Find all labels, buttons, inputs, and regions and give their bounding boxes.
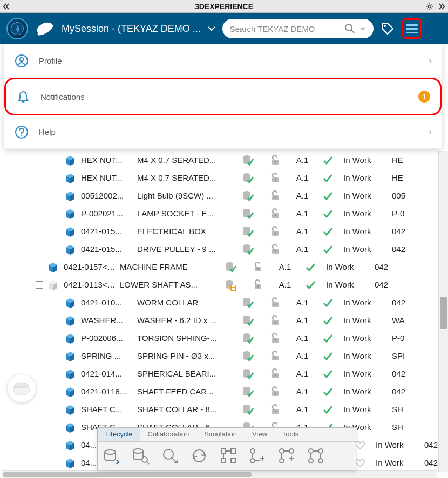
notification-badge: 1 xyxy=(418,91,430,103)
search-input[interactable] xyxy=(230,24,342,33)
tree-row[interactable]: 0421-014...SPHERICAL BEARI...A.1In Work0… xyxy=(2,365,446,383)
vertical-scrollbar[interactable] xyxy=(438,151,448,472)
menu-help[interactable]: Help › xyxy=(4,115,442,149)
row-revision: A.1 xyxy=(293,227,312,236)
bottom-toolbar: LifecycleCollaborationSimulationViewTool… xyxy=(97,427,356,470)
svg-point-95 xyxy=(275,392,276,394)
svg-point-44 xyxy=(275,250,276,251)
menu-notifications-label: Notifications xyxy=(40,92,430,101)
row-db-status-icon xyxy=(237,332,258,345)
check-icon xyxy=(316,244,339,255)
row-revision: A.1 xyxy=(293,351,312,360)
row-revision: A.1 xyxy=(293,369,312,378)
tool-sync-icon[interactable] xyxy=(189,446,209,466)
tree-row[interactable]: SPRING ...SPRING PIN - Ø3 x...A.1In Work… xyxy=(2,347,446,365)
row-name: 00512002... xyxy=(81,191,133,200)
search-dropdown-icon[interactable] xyxy=(359,26,366,31)
row-state: In Work xyxy=(376,440,420,449)
check-icon xyxy=(316,208,339,219)
tree-row[interactable]: −0421-0113<1>LOWER SHAFT AS...A.1In Work… xyxy=(2,276,446,293)
row-state: In Work xyxy=(343,369,388,378)
row-ext: SH xyxy=(392,422,413,432)
menu-profile[interactable]: Profile › xyxy=(4,44,442,78)
tool-save-structure-icon[interactable] xyxy=(102,446,121,466)
row-ext: HE xyxy=(392,173,413,182)
tree-row[interactable]: P-002006...TORSION SPRING-...A.1In WorkP… xyxy=(2,329,446,347)
row-state: In Work xyxy=(326,262,370,271)
svg-point-132 xyxy=(280,449,284,453)
row-description: ELECTRICAL BOX xyxy=(137,227,233,236)
part-icon xyxy=(64,350,77,363)
part-icon xyxy=(64,403,77,416)
tree-row[interactable]: 00512002...Light Bulb (9SCW) ...A.1In Wo… xyxy=(2,187,446,204)
part-icon xyxy=(64,367,77,380)
svg-rect-56 xyxy=(232,285,235,287)
row-description: TORSION SPRING-... xyxy=(137,333,233,343)
toolbar-tab-simulation[interactable]: Simulation xyxy=(196,428,245,441)
tool-db-search-icon[interactable] xyxy=(131,446,151,466)
search-box[interactable] xyxy=(222,19,374,38)
tag-icon[interactable] xyxy=(380,21,395,36)
compass-icon[interactable] xyxy=(6,18,28,39)
row-ext: 042 xyxy=(392,298,413,307)
tool-structure-2-icon[interactable] xyxy=(248,446,267,466)
scrollbar-thumb[interactable] xyxy=(3,472,252,477)
tool-structure-3-icon[interactable] xyxy=(277,446,296,466)
ds-logo-icon[interactable] xyxy=(35,18,55,39)
part-icon xyxy=(64,154,77,167)
row-revision: A.1 xyxy=(293,405,312,414)
row-revision: A.1 xyxy=(293,244,312,254)
part-icon xyxy=(64,172,77,185)
horizontal-scrollbar[interactable] xyxy=(2,470,437,478)
tree-row[interactable]: 0421-015...ELECTRICAL BOXA.1In Work042 xyxy=(2,222,446,240)
tree-row[interactable]: 0421-0157<1>MACHINE FRAMEA.1In Work042 xyxy=(2,258,446,276)
toolbar-tab-lifecycle[interactable]: Lifecycle xyxy=(98,428,140,441)
row-ext: 042 xyxy=(392,369,413,378)
check-icon xyxy=(316,368,339,379)
part-icon xyxy=(64,296,77,309)
row-ext: WA xyxy=(392,316,413,325)
menu-button[interactable] xyxy=(402,18,422,39)
collapse-left-icon[interactable] xyxy=(2,2,11,11)
row-state: In Work xyxy=(326,280,370,289)
tree-row[interactable]: WASHER...WASHER - 6.2 ID x ...A.1In Work… xyxy=(2,311,446,329)
chevron-down-icon[interactable] xyxy=(207,26,216,31)
svg-point-4 xyxy=(384,25,386,27)
tool-structure-1-icon[interactable] xyxy=(219,446,238,466)
tree-row[interactable]: HEX NUT...M4 X 0.7 SERATED...A.1In WorkH… xyxy=(2,169,446,187)
tree-row[interactable]: 0421-010...WORM COLLARA.1In Work042 xyxy=(2,293,446,311)
expand-right-icon[interactable] xyxy=(437,2,446,11)
menu-notifications[interactable]: Notifications 1 xyxy=(4,78,442,115)
lock-icon xyxy=(262,208,288,220)
tree-row[interactable]: HEX NUT...M4 X 0.7 SERATED...A.1In WorkH… xyxy=(2,151,446,169)
lock-icon xyxy=(262,190,288,202)
gear-icon[interactable] xyxy=(425,2,434,11)
collapse-icon[interactable]: − xyxy=(36,281,43,289)
search-icon[interactable] xyxy=(344,23,355,34)
toolbar-tab-view[interactable]: View xyxy=(245,428,275,441)
part-icon xyxy=(64,439,77,452)
tree-row[interactable]: P-002021...LAMP SOCKET - E...A.1In WorkP… xyxy=(2,204,446,222)
session-title[interactable]: MySession - (TEKYAZ DEMO ... xyxy=(62,23,201,35)
tool-structure-4-icon[interactable] xyxy=(306,446,325,466)
svg-marker-1 xyxy=(16,25,19,33)
tree-row[interactable]: 0421-015...DRIVE PULLEY - 9 ...A.1In Wor… xyxy=(2,240,446,258)
svg-point-65 xyxy=(275,303,276,305)
row-revision: A.1 xyxy=(275,280,295,289)
row-ext: 042 xyxy=(392,244,413,254)
svg-line-3 xyxy=(351,30,354,33)
check-icon xyxy=(316,173,339,183)
assembly-tree[interactable]: HEX NUT...M4 X 0.7 SERATED...A.1In WorkH… xyxy=(2,151,446,472)
tree-row[interactable]: 0421-0118...SHAFT-FEED CAR...A.1In Work0… xyxy=(2,383,446,400)
user-avatar[interactable] xyxy=(8,374,36,402)
toolbar-tab-tools[interactable]: Tools xyxy=(275,428,306,441)
part-icon xyxy=(64,189,77,202)
svg-point-118 xyxy=(142,457,147,462)
toolbar-tab-collaboration[interactable]: Collaboration xyxy=(140,428,197,441)
row-ext: P-0 xyxy=(392,333,413,343)
check-icon xyxy=(316,315,339,326)
scrollbar-thumb[interactable] xyxy=(440,297,447,329)
tool-zoom-icon[interactable] xyxy=(160,446,180,466)
tree-row[interactable]: SHAFT C...SHAFT COLLAR - 8...A.1In WorkS… xyxy=(2,400,446,418)
row-description: DRIVE PULLEY - 9 ... xyxy=(137,244,233,254)
